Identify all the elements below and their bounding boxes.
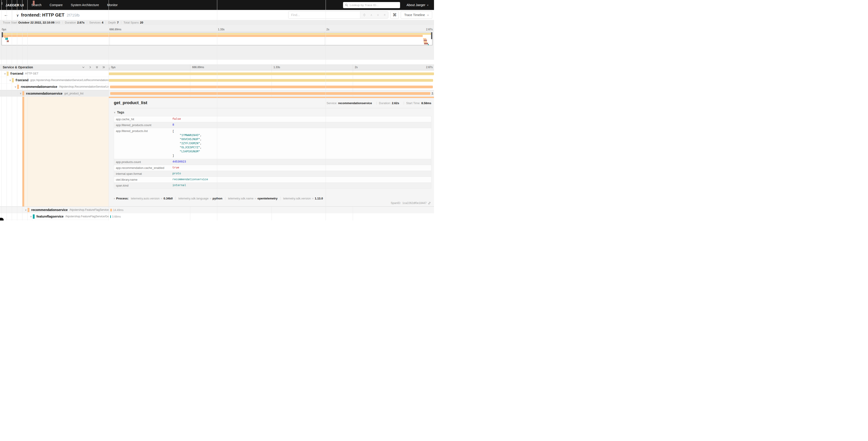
- span-bar[interactable]: [109, 79, 433, 82]
- focus-icon[interactable]: [363, 13, 366, 17]
- collapse-all-icon[interactable]: [95, 66, 99, 69]
- tag-key: app.filtered_products.list: [114, 128, 170, 159]
- span-expand-chevron-icon[interactable]: ∨: [8, 79, 12, 82]
- trace-stat: Services4: [89, 21, 103, 24]
- span-bar[interactable]: [110, 215, 111, 218]
- tag-value: ["1YMWWN1N4O","66VCHSJNUP","2ZYFJ3GM2N",…: [170, 128, 431, 159]
- equals-sign: =: [161, 197, 162, 200]
- span-name-cell[interactable]: featureflagservicefeatureflagservice.rep…: [0, 220, 109, 220]
- span-timeline-cell[interactable]: [109, 77, 434, 84]
- trace-stat: Duration2.67s: [65, 21, 85, 24]
- span-bar[interactable]: [110, 92, 430, 95]
- service-color-block: [7, 71, 9, 76]
- operation-name: HTTP GET: [25, 72, 38, 75]
- nav-item-compare[interactable]: Compare: [50, 3, 63, 7]
- trace-collapse-chevron-icon[interactable]: ∨: [16, 13, 19, 18]
- equals-sign: =: [312, 197, 314, 200]
- process-kv: telemetry.sdk.version=1.13.0: [280, 197, 326, 200]
- command-icon: ⌘: [393, 12, 397, 18]
- tag-row[interactable]: otel.library.namerecommendationservice: [114, 177, 431, 183]
- find-prev-icon[interactable]: ∧: [370, 13, 372, 17]
- span-bar[interactable]: [110, 86, 433, 88]
- timeline-gridline: [353, 213, 353, 220]
- collapse-one-icon[interactable]: [82, 66, 85, 69]
- process-value: 1.13.0: [315, 197, 323, 200]
- span-name-cell[interactable]: ∨frontendgrpc.hipstershop.Recommendation…: [0, 77, 109, 84]
- span-expand-chevron-icon[interactable]: ∨: [24, 208, 28, 211]
- process-row[interactable]: › Process: telemetry.auto.version=0.34b0…: [114, 197, 431, 200]
- minimap-scrubber-handle[interactable]: [2, 32, 3, 37]
- timeline-gridline: [272, 207, 272, 213]
- span-timeline-cell[interactable]: 3.47ms: [109, 220, 434, 220]
- tag-row[interactable]: app.filtered_products.count8: [114, 122, 431, 128]
- find-next-icon[interactable]: ∨: [377, 13, 379, 17]
- list-item-string: "2ZYFJ3GM2N": [180, 142, 200, 145]
- tag-row[interactable]: app.recommendation.cache_enabledtrue: [114, 165, 431, 171]
- span-timeline-cell[interactable]: 14.49ms: [109, 207, 434, 213]
- stat-value-sub: .543: [55, 21, 60, 24]
- meta-label: Service:: [327, 101, 337, 105]
- list-item-string: "1YMWWN1N4O": [180, 134, 200, 137]
- detail-span-color-strip: [22, 97, 24, 206]
- tag-row[interactable]: app.cache_hitfalse: [114, 116, 431, 122]
- service-name: featureflagservice: [36, 215, 64, 218]
- ruler-gridline: [190, 64, 190, 70]
- minimap-span-bar: [424, 43, 428, 45]
- list-item: "2ZYFJ3GM2N",: [173, 142, 429, 146]
- tag-key: otel.library.name: [114, 177, 170, 182]
- span-name-cell[interactable]: ∨frontendHTTP GET: [0, 70, 109, 77]
- tag-row[interactable]: app.products.count44530923: [114, 159, 431, 165]
- link-icon[interactable]: [428, 202, 431, 205]
- tag-key: span.kind: [114, 183, 170, 188]
- about-jaeger-menu[interactable]: About Jaeger ∨: [406, 3, 429, 7]
- span-name-cell[interactable]: ∨featureflagservice/hipstershop.FeatureF…: [0, 213, 109, 220]
- trace-lookup-input[interactable]: Lookup by Trace ID...: [343, 2, 400, 8]
- span-bar[interactable]: [109, 72, 434, 75]
- span-expand-chevron-icon[interactable]: ∨: [3, 72, 7, 75]
- span-expand-chevron-icon[interactable]: ∨: [29, 215, 33, 218]
- process-key: telemetry.sdk.name: [228, 197, 253, 200]
- process-kv: telemetry.auto.version=0.34b0: [131, 197, 175, 200]
- span-bar[interactable]: [110, 209, 112, 211]
- tag-row[interactable]: span.kindinternal: [114, 183, 431, 188]
- tag-row[interactable]: app.filtered_products.list["1YMWWN1N4O",…: [114, 128, 431, 159]
- expand-one-icon[interactable]: [89, 66, 92, 69]
- column-resize-grip[interactable]: [109, 67, 110, 70]
- expand-all-icon[interactable]: [102, 66, 105, 69]
- back-button[interactable]: ←: [0, 10, 12, 20]
- span-expand-chevron-icon[interactable]: ∨: [19, 92, 22, 95]
- service-color-block: [28, 208, 29, 212]
- span-timeline-cell[interactable]: [109, 70, 434, 77]
- tag-value: proto: [170, 171, 431, 177]
- span-timeline-cell[interactable]: 3.68ms: [109, 213, 434, 220]
- keyboard-shortcuts-button[interactable]: ⌘: [390, 11, 399, 19]
- service-color-block: [22, 91, 24, 95]
- meta-value: 8.58ms: [421, 101, 431, 105]
- meta-label: Duration:: [379, 101, 391, 105]
- span-duration-label: 3.68ms: [112, 215, 121, 218]
- tags-section-toggle[interactable]: ∨ Tags: [114, 111, 431, 114]
- view-selector-button[interactable]: Trace Timeline ∨: [401, 11, 432, 19]
- span-name-cell[interactable]: ∨recommendationservice/hipstershop.Featu…: [0, 207, 109, 213]
- tag-value: 8: [170, 122, 431, 128]
- find-clear-icon[interactable]: ✕: [383, 13, 386, 17]
- tags-table: app.cache_hitfalseapp.filtered_products.…: [114, 116, 431, 188]
- app-logo[interactable]: JAEGER UI: [5, 3, 24, 7]
- minimap-span-bar: [428, 44, 429, 45]
- timeline-gridline: [190, 213, 190, 220]
- nav-item-system-architecture[interactable]: System Architecture: [71, 3, 99, 7]
- span-timeline-cell[interactable]: [109, 84, 434, 90]
- stat-label: Depth: [108, 21, 116, 24]
- find-input[interactable]: Find...: [288, 11, 360, 18]
- span-timeline-cell[interactable]: 2.62s: [109, 90, 434, 97]
- process-key: telemetry.sdk.language: [178, 197, 208, 200]
- span-name-cell[interactable]: ∨recommendationservice/hipstershop.Recom…: [0, 84, 109, 90]
- span-expand-chevron-icon[interactable]: ∨: [13, 85, 17, 88]
- chevron-right-icon: ›: [114, 197, 115, 200]
- ruler-tick-label: 1.33s: [218, 28, 224, 31]
- minimap-scrubber-handle[interactable]: [431, 32, 432, 39]
- span-name-cell[interactable]: ∨recommendationserviceget_product_list: [0, 90, 109, 97]
- tag-row[interactable]: internal.span.formatproto: [114, 171, 431, 177]
- tag-key: app.cache_hit: [114, 116, 170, 122]
- service-name: recommendationservice: [26, 92, 62, 95]
